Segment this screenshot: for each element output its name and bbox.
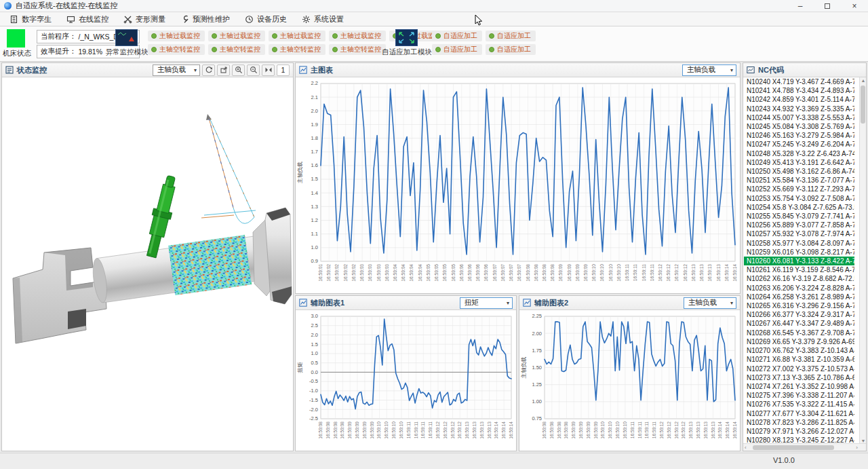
scrollbar-thumb[interactable] <box>861 86 865 124</box>
aux-chart2-canvas[interactable]: 16:59:0816:59:0816:59:0816:59:0816:59:09… <box>519 310 740 450</box>
nc-line[interactable]: N10279 X7.971 Y-3.266 Z-12.027 A-62.98 <box>744 427 854 436</box>
svg-text:16:59:13: 16:59:13 <box>691 264 696 282</box>
nc-line[interactable]: N10248 X5.328 Y-3.22 Z-6.423 A-74.52 C <box>744 149 854 158</box>
line-chart-icon <box>299 66 307 74</box>
overload-monitor-chip[interactable]: 主轴过载监控 <box>269 31 326 41</box>
nc-line[interactable]: N10258 X5.977 Y-3.084 Z-8.097 A-73.138 <box>744 239 854 248</box>
nc-line[interactable]: N10277 X7.677 Y-3.304 Z-11.621 A-64.48 <box>744 409 854 418</box>
nc-line[interactable]: N10256 X5.889 Y-3.077 Z-7.858 A-73.348 <box>744 221 854 229</box>
menu-online-monitor[interactable]: 在线监控 <box>61 12 118 26</box>
nc-line[interactable]: N10270 X6.762 Y-3.383 Z-10.143 A-69.34 <box>744 346 854 355</box>
aux-chart2-panel: 辅助图表2 主轴负载▾ 16:59:0816:59:0816:59:0816:5… <box>519 295 741 451</box>
abnormal-module-thumbnail[interactable] <box>115 29 138 46</box>
nc-line[interactable]: N10257 X5.932 Y-3.078 Z-7.974 A-73.243 <box>744 229 854 238</box>
nc-line[interactable]: N10260 X6.081 Y-3.133 Z-8.422 A-72.835 <box>744 257 854 265</box>
aux-chart1-canvas[interactable]: 16:59:0816:59:0816:59:0816:59:0816:59:09… <box>296 310 516 450</box>
nc-line[interactable]: N10262 X6.16 Y-3.19 Z-8.682 A-72.534 C <box>744 274 854 283</box>
nc-line[interactable]: N10240 X4.719 Y-3.467 Z-4.669 A-76.396 <box>744 77 854 86</box>
menu-system-settings[interactable]: 系统设置 <box>296 12 353 26</box>
adaptive-machining-chip[interactable]: 自适应加工 <box>486 44 536 55</box>
svg-text:16:59:08: 16:59:08 <box>340 421 344 439</box>
nc-line[interactable]: N10273 X7.13 Y-3.365 Z-10.786 A-67.372 <box>744 373 854 382</box>
aux-chart2-select[interactable]: 主轴负载▾ <box>684 297 736 309</box>
menu-device-history[interactable]: 设备历史 <box>239 12 296 26</box>
nc-vertical-scrollbar[interactable]: ▲ ▼ <box>859 77 866 444</box>
adaptive-module-thumbnail[interactable] <box>395 29 418 46</box>
nc-line[interactable]: N10242 X4.859 Y-3.401 Z-5.114 A-75.775 <box>744 95 854 104</box>
adaptive-machining-chip[interactable]: 自适应加工 <box>432 31 482 41</box>
nc-line[interactable]: N10278 X7.823 Y-3.286 Z-11.825 A-63.73 <box>744 418 854 427</box>
nc-line[interactable]: N10265 X6.316 Y-3.296 Z-9.156 A-71.771 <box>744 301 854 310</box>
svg-text:16:59:14: 16:59:14 <box>732 421 737 439</box>
close-button[interactable]: × <box>841 0 868 12</box>
nc-line[interactable]: N10241 X4.788 Y-3.434 Z-4.893 A-76.062 <box>744 86 854 95</box>
nc-line[interactable]: N10275 X7.396 Y-3.338 Z-11.207 A-65.95 <box>744 391 854 400</box>
idle-monitor-chip[interactable]: 主轴空转监控 <box>269 44 326 55</box>
nc-line[interactable]: N10245 X5.084 Y-3.308 Z-5.769 A-75.088 <box>744 122 854 131</box>
svg-text:16:59:04: 16:59:04 <box>393 264 397 282</box>
adaptive-machining-chip[interactable]: 自适应加工 <box>432 44 482 55</box>
aux-chart1-select[interactable]: 扭矩▾ <box>460 297 513 309</box>
nc-line[interactable]: N10251 X5.584 Y-3.136 Z-7.077 A-74.012 <box>744 176 854 185</box>
main-chart-select[interactable]: 主轴负载▾ <box>682 64 736 76</box>
svg-text:16:59:14: 16:59:14 <box>732 264 737 282</box>
nc-line[interactable]: N10254 X5.8 Y-3.084 Z-7.625 A-73.571 C <box>744 203 854 212</box>
main-chart-canvas[interactable]: 16:59:0116:59:0216:59:0216:59:0216:59:02… <box>296 77 740 293</box>
scroll-down-icon[interactable]: ▼ <box>860 438 866 443</box>
nc-line[interactable]: N10247 X5.245 Y-3.249 Z-6.204 A-74.701 <box>744 140 854 149</box>
nc-panel-title: NC代码 <box>758 65 784 75</box>
zoom-in-button[interactable] <box>232 64 245 76</box>
idle-monitor-chip[interactable]: 主轴空转监控 <box>208 44 265 55</box>
scale-value-button[interactable]: 1 <box>277 64 290 76</box>
fit-view-button[interactable] <box>262 64 275 76</box>
nc-list[interactable]: N10240 X4.719 Y-3.467 Z-4.669 A-76.396N1… <box>744 77 854 444</box>
pan-view-button[interactable] <box>217 64 230 76</box>
nc-line[interactable]: N10266 X6.377 Y-3.324 Z-9.317 A-71.443 <box>744 310 854 319</box>
status-dot-icon <box>489 33 494 39</box>
nc-line[interactable]: N10246 X5.163 Y-3.279 Z-5.984 A-74.892 <box>744 131 854 140</box>
reset-view-button[interactable] <box>202 64 215 76</box>
zoom-out-button[interactable] <box>247 64 260 76</box>
svg-text:16:59:07: 16:59:07 <box>500 264 505 282</box>
adaptive-machining-chip[interactable]: 自适应加工 <box>486 31 536 41</box>
scrollbar-thumb[interactable] <box>753 445 834 450</box>
nc-line[interactable]: N10274 X7.261 Y-3.352 Z-10.998 A-66.67 <box>744 382 854 391</box>
toolpath-lines <box>201 114 256 223</box>
app-icon <box>4 2 12 10</box>
nc-line[interactable]: N10252 X5.669 Y-3.112 Z-7.293 A-73.844 <box>744 185 854 193</box>
status-view-select[interactable]: 主轴负载▾ <box>153 64 200 76</box>
nc-line[interactable]: N10255 X5.845 Y-3.079 Z-7.741 A-73.458 <box>744 212 854 221</box>
machine-3d-view[interactable] <box>2 77 293 451</box>
nc-line[interactable]: N10272 X7.002 Y-3.375 Z-10.573 A-68.05 <box>744 364 854 373</box>
overload-monitor-chip[interactable]: 主轴过载监控 <box>148 31 205 41</box>
nc-line[interactable]: N10263 X6.206 Y-3.224 Z-8.828 A-72.33 C <box>744 284 854 293</box>
svg-text:16:59:14: 16:59:14 <box>501 421 506 439</box>
nc-line[interactable]: N10253 X5.754 Y-3.092 Z-7.508 A-73.677 <box>744 194 854 203</box>
nc-line[interactable]: N10243 X4.932 Y-3.369 Z-5.335 A-75.523 <box>744 105 854 113</box>
nc-line[interactable]: N10250 X5.498 Y-3.162 Z-6.86 A-74.178 C <box>744 167 854 176</box>
maximize-button[interactable] <box>814 0 841 12</box>
overload-monitor-chip[interactable]: 主轴过载监控 <box>208 31 265 41</box>
idle-monitor-chip[interactable]: 主轴空转监控 <box>148 44 205 55</box>
nc-horizontal-scrollbar[interactable]: ‹ › <box>743 443 866 451</box>
scroll-right-icon[interactable]: › <box>856 445 858 451</box>
nc-line[interactable]: N10276 X7.535 Y-3.322 Z-11.415 A-65.22 <box>744 400 854 409</box>
overload-monitor-chip[interactable]: 主轴过载监控 <box>329 31 386 41</box>
menu-digital-twin[interactable]: 数字孪生 <box>4 12 61 26</box>
svg-text:1.5: 1.5 <box>311 176 318 182</box>
nc-line[interactable]: N10268 X6.545 Y-3.367 Z-9.708 A-70.519 <box>744 329 854 337</box>
nc-line[interactable]: N10244 X5.007 Y-3.338 Z-5.553 A-75.297 <box>744 113 854 122</box>
menu-predictive-maintenance[interactable]: 预测性维护 <box>175 12 239 26</box>
nc-line[interactable]: N10259 X6.016 Y-3.098 Z-8.217 A-73.036 <box>744 248 854 257</box>
nc-line[interactable]: N10261 X6.119 Y-3.159 Z-8.546 A-72.701 <box>744 265 854 274</box>
menu-deform-measure[interactable]: 变形测量 <box>118 12 175 26</box>
nc-line[interactable]: N10271 X6.88 Y-3.381 Z-10.359 A-68.711 <box>744 355 854 364</box>
nc-line[interactable]: N10269 X6.65 Y-3.379 Z-9.926 A-69.947 C <box>744 337 854 346</box>
svg-text:16:59:05: 16:59:05 <box>426 264 431 282</box>
scroll-left-icon[interactable]: ‹ <box>745 445 747 451</box>
nc-line[interactable]: N10267 X6.447 Y-3.347 Z-9.489 A-71.055 <box>744 319 854 328</box>
nc-line[interactable]: N10264 X6.258 Y-3.261 Z-8.989 A-72.072 <box>744 293 854 301</box>
nc-line[interactable]: N10249 X5.413 Y-3.191 Z-6.642 A-74.346 <box>744 158 854 167</box>
scroll-up-icon[interactable]: ▲ <box>860 78 866 83</box>
minimize-button[interactable]: – <box>787 0 814 12</box>
